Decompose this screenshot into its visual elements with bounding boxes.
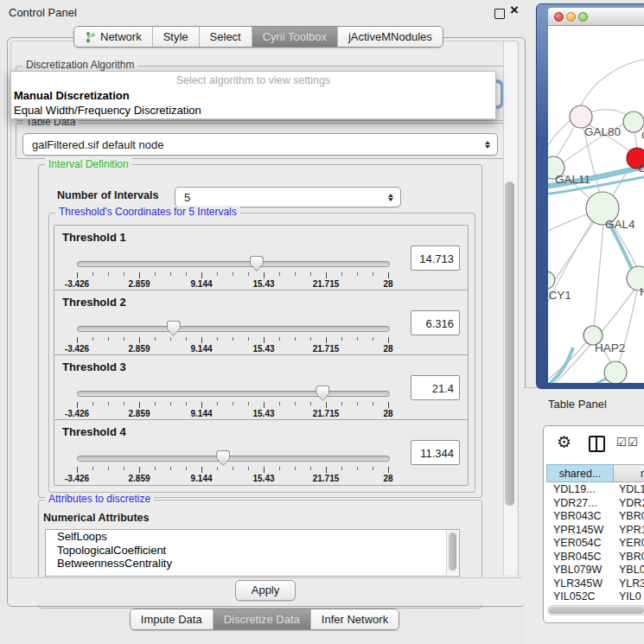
- attribute-item-selfloops[interactable]: SelfLoops: [46, 530, 459, 544]
- cell-shared-name[interactable]: YBR045C: [553, 551, 602, 564]
- cyni-mode-tabs: Impute DataDiscretize DataInfer Network: [130, 609, 399, 630]
- threshold-4-scale: -3.4262.8599.14415.4321.71528: [77, 467, 388, 484]
- threshold-2-slider-thumb[interactable]: [167, 321, 181, 336]
- numerical-attributes-list[interactable]: SelfLoopsTopologicalCoefficientBetweenne…: [45, 529, 460, 577]
- control-panel-tabs: NetworkStyleSelectCyni ToolboxjActiveMNo…: [73, 26, 443, 48]
- attribute-item-betweennesscentrality[interactable]: BetweennessCentrality: [46, 557, 459, 571]
- network-window-titlebar[interactable]: [548, 8, 644, 26]
- algorithm-dropdown-popup: Select algorithm to view settings Manual…: [10, 71, 496, 119]
- tick-mark: [124, 467, 124, 470]
- tab-impute-data[interactable]: Impute Data: [131, 609, 213, 629]
- cell-name[interactable]: YLR3: [619, 577, 644, 591]
- tick-label: 15.43: [252, 279, 274, 289]
- tab-network[interactable]: Network: [74, 27, 152, 47]
- threshold-4-value-field[interactable]: 11.344: [411, 440, 460, 465]
- cell-shared-name[interactable]: YIL052C: [553, 590, 596, 604]
- attribute-item-topologicalcoefficient[interactable]: TopologicalCoefficient: [46, 544, 459, 558]
- tick-mark: [341, 272, 342, 276]
- tab-style[interactable]: Style: [152, 27, 199, 47]
- tab-label: Select: [210, 30, 241, 43]
- cell-shared-name[interactable]: YBL079W: [553, 564, 602, 577]
- table-row[interactable]: YBL079WYBL0: [546, 564, 644, 577]
- table-row[interactable]: YER054CYER0: [546, 537, 644, 551]
- tab-discretize-data[interactable]: Discretize Data: [213, 609, 310, 629]
- cell-name[interactable]: YIL0: [619, 590, 641, 604]
- network-view-window[interactable]: GAL80 GAL11 GAL4 GCY1 HAP2 G C H: [536, 3, 644, 389]
- tick-mark: [357, 272, 358, 276]
- table-row[interactable]: YBR045CYBR0: [546, 551, 644, 564]
- tab-label: Infer Network: [322, 613, 388, 626]
- tab-jactivemnodules[interactable]: jActiveMNodules: [337, 27, 443, 47]
- tick-label: 15.43: [252, 474, 274, 483]
- table-row[interactable]: YDR27...YDR2: [546, 497, 644, 511]
- attributes-list-scrollbar[interactable]: [446, 530, 458, 574]
- cell-shared-name[interactable]: YPR145W: [553, 524, 603, 538]
- cell-name[interactable]: YDL1: [619, 483, 644, 497]
- threshold-4-slider-track[interactable]: [77, 456, 390, 462]
- table-row[interactable]: YBR043CYBR0: [546, 510, 644, 524]
- column-header-name[interactable]: n: [614, 464, 644, 482]
- cell-name[interactable]: YBL0: [619, 564, 644, 577]
- cell-name[interactable]: YBR0: [619, 551, 644, 564]
- tick-mark: [77, 402, 78, 408]
- tick-mark: [248, 272, 249, 276]
- threshold-1-slider-track[interactable]: [77, 261, 390, 267]
- cell-shared-name[interactable]: YLR345W: [553, 577, 603, 591]
- threshold-1-slider-thumb[interactable]: [250, 256, 264, 271]
- threshold-2-value-field[interactable]: 6.316: [411, 310, 460, 335]
- tick-label: 28: [383, 344, 392, 354]
- tick-mark: [373, 337, 373, 341]
- popup-item-manual-discretization[interactable]: Manual Discretization: [11, 88, 495, 103]
- split-columns-icon[interactable]: [589, 436, 605, 452]
- tick-label: 21.715: [313, 344, 340, 354]
- table-row[interactable]: YIL052CYIL0: [546, 590, 644, 604]
- cell-name[interactable]: YPR1: [619, 524, 644, 538]
- popup-placeholder: Select algorithm to view settings: [11, 72, 495, 88]
- threshold-1-value-field[interactable]: 14.713: [411, 245, 460, 271]
- column-header-shared-name[interactable]: shared...: [546, 464, 614, 482]
- close-icon[interactable]: ×: [510, 2, 519, 19]
- apply-button[interactable]: Apply: [235, 580, 296, 601]
- table-data-combo[interactable]: galFiltered.sif default node: [22, 133, 498, 156]
- threshold-3-label: Threshold 3: [62, 360, 126, 373]
- cell-shared-name[interactable]: YDL19...: [553, 483, 596, 497]
- table-row[interactable]: YLR345WYLR3: [546, 577, 644, 591]
- gear-icon[interactable]: ⚙: [557, 432, 571, 451]
- threshold-3-slider-track[interactable]: [77, 391, 390, 397]
- checked-box-icon[interactable]: ☑: [628, 436, 638, 449]
- float-icon[interactable]: [494, 9, 505, 19]
- network-node-gcy1[interactable]: [548, 271, 555, 289]
- cell-shared-name[interactable]: YBR043C: [553, 510, 602, 524]
- threshold-4-slider-thumb[interactable]: [216, 450, 230, 466]
- minimize-traffic-light-icon[interactable]: [566, 12, 576, 22]
- close-traffic-light-icon[interactable]: [554, 12, 564, 22]
- cell-name[interactable]: YER0: [619, 537, 644, 551]
- cell-name[interactable]: YBR0: [619, 510, 644, 524]
- tab-cyni-toolbox[interactable]: Cyni Toolbox: [252, 27, 337, 47]
- threshold-3-slider-thumb[interactable]: [316, 386, 329, 401]
- tick-mark: [388, 337, 389, 343]
- tab-select[interactable]: Select: [199, 27, 252, 47]
- tick-label: 21.715: [313, 409, 340, 418]
- tick-mark: [341, 402, 342, 405]
- tab-infer-network[interactable]: Infer Network: [310, 609, 399, 629]
- table-row[interactable]: YPR145WYPR1: [546, 524, 644, 538]
- checked-box-icon[interactable]: ☑: [616, 436, 627, 449]
- popup-item-equal-width-frequency[interactable]: Equal Width/Frequency Discretization: [11, 103, 495, 118]
- table-hscrollbar-thumb[interactable]: [549, 607, 644, 614]
- table-rows: YDL19...YDL1YDR27...YDR2YBR043CYBR0YPR14…: [546, 483, 644, 622]
- main-scrollbar-thumb[interactable]: [505, 182, 514, 506]
- threshold-3-value-field[interactable]: 21.4: [411, 375, 460, 400]
- network-canvas[interactable]: GAL80 GAL11 GAL4 GCY1 HAP2 G C H: [548, 26, 644, 383]
- threshold-2-slider-track[interactable]: [77, 326, 390, 332]
- zoom-traffic-light-icon[interactable]: [578, 12, 588, 22]
- cell-name[interactable]: YDR2: [619, 497, 644, 511]
- tick-mark: [279, 337, 280, 341]
- cell-shared-name[interactable]: YDR27...: [553, 497, 597, 511]
- table-hscrollbar[interactable]: [547, 605, 644, 615]
- tick-mark: [295, 337, 296, 341]
- number-of-intervals-combo[interactable]: 5: [175, 187, 401, 207]
- network-node-bottom[interactable]: [604, 361, 627, 383]
- cell-shared-name[interactable]: YER054C: [553, 537, 602, 551]
- table-row[interactable]: YDL19...YDL1: [546, 483, 644, 497]
